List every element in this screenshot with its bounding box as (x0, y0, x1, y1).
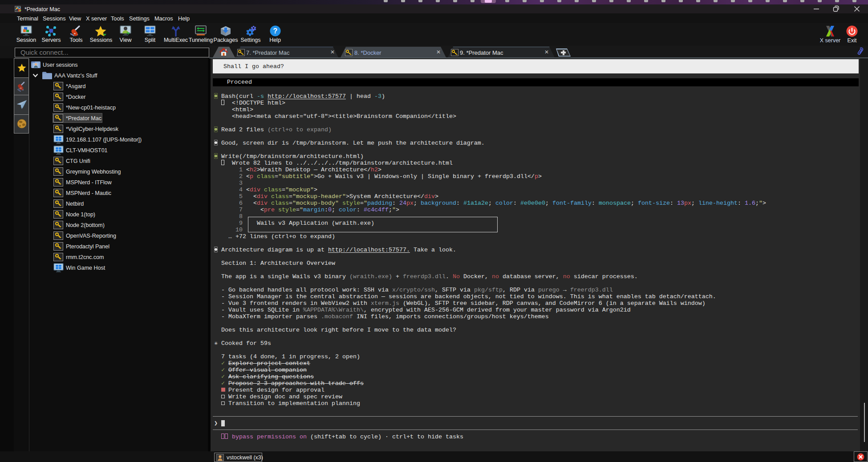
svg-text:?: ? (273, 27, 277, 35)
